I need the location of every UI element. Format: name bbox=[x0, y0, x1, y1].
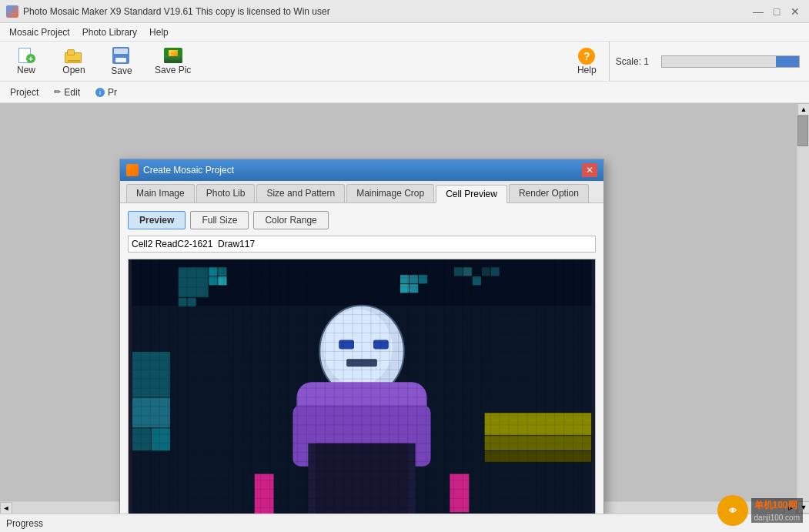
tab-mainimage-crop[interactable]: Mainimage Crop bbox=[346, 184, 434, 202]
svg-rect-53 bbox=[472, 276, 481, 286]
app-title: Photo Mosaic Maker X9 Standard V19.61 Th… bbox=[23, 6, 750, 17]
scroll-left-button[interactable]: ◄ bbox=[0, 502, 12, 514]
svg-rect-27 bbox=[132, 397, 171, 428]
svg-rect-45 bbox=[450, 474, 469, 513]
menu-bar: Mosaic Project Photo Library Help bbox=[0, 23, 809, 42]
svg-rect-32 bbox=[484, 451, 591, 463]
svg-rect-20 bbox=[209, 267, 218, 276]
toolbar2: Project ✏ Edit i Pr bbox=[0, 82, 809, 103]
save-pic-button[interactable]: Save Pic bbox=[146, 44, 199, 79]
svg-rect-23 bbox=[218, 276, 227, 286]
save-button[interactable]: Save bbox=[99, 44, 145, 79]
mosaic-image-area bbox=[128, 259, 596, 532]
svg-rect-21 bbox=[218, 267, 227, 276]
dialog-title: Create Mosaic Project bbox=[143, 165, 582, 176]
save-pic-label: Save Pic bbox=[155, 65, 191, 75]
new-icon: + bbox=[17, 48, 35, 63]
tab-render-option[interactable]: Render Option bbox=[509, 184, 589, 202]
scroll-up-button[interactable]: ▲ bbox=[797, 103, 809, 115]
close-button[interactable]: ✕ bbox=[787, 4, 803, 19]
app-icon bbox=[6, 5, 18, 18]
new-button[interactable]: + New bbox=[3, 44, 49, 79]
save-icon bbox=[112, 47, 131, 64]
pr-label: Pr bbox=[108, 87, 117, 98]
help-label: Help bbox=[577, 65, 597, 75]
right-scrollbar[interactable]: ▲ ▼ bbox=[797, 103, 809, 514]
watermark-text: 单机100网 danji100.com bbox=[751, 498, 803, 523]
status-text-field[interactable] bbox=[128, 236, 596, 253]
open-button[interactable]: Open bbox=[51, 44, 97, 79]
edit-button[interactable]: ✏ Edit bbox=[47, 84, 87, 101]
tab-cell-preview[interactable]: Cell Preview bbox=[436, 185, 507, 203]
new-label: New bbox=[17, 65, 35, 75]
menu-mosaic-project[interactable]: Mosaic Project bbox=[3, 25, 76, 39]
color-range-button[interactable]: Color Range bbox=[253, 211, 328, 229]
svg-rect-51 bbox=[453, 267, 463, 276]
sub-buttons: Preview Full Size Color Range bbox=[128, 211, 596, 229]
scale-bar[interactable] bbox=[661, 55, 800, 68]
tab-photo-lib[interactable]: Photo Lib bbox=[196, 184, 256, 202]
watermark-icon: 👁 bbox=[717, 495, 748, 526]
full-size-button[interactable]: Full Size bbox=[190, 211, 249, 229]
save-label: Save bbox=[111, 65, 132, 76]
maximize-button[interactable]: □ bbox=[769, 4, 784, 19]
info-icon: i bbox=[95, 88, 105, 97]
create-mosaic-dialog: Create Mosaic Project ✕ Main Image Photo… bbox=[119, 159, 604, 532]
toolbar: + New Open Save bbox=[0, 42, 809, 82]
dialog-icon bbox=[126, 164, 139, 176]
svg-rect-30 bbox=[484, 413, 591, 436]
svg-rect-46 bbox=[400, 275, 410, 284]
scale-bar-fill bbox=[776, 56, 799, 67]
help-icon: ? bbox=[578, 48, 595, 65]
svg-rect-52 bbox=[463, 267, 472, 276]
edit-label: Edit bbox=[64, 87, 80, 98]
window-controls: — □ ✕ bbox=[750, 4, 803, 19]
svg-rect-19 bbox=[178, 267, 209, 298]
svg-rect-55 bbox=[490, 267, 500, 276]
svg-rect-48 bbox=[400, 284, 410, 293]
preview-button[interactable]: Preview bbox=[128, 211, 186, 229]
open-label: Open bbox=[62, 65, 85, 75]
scale-label: Scale: 1 bbox=[616, 56, 649, 67]
svg-rect-54 bbox=[481, 267, 490, 276]
status-text-row bbox=[128, 236, 596, 253]
status-bar: Progress bbox=[0, 514, 809, 532]
scroll-thumb[interactable] bbox=[797, 115, 808, 146]
svg-rect-40 bbox=[339, 340, 354, 349]
svg-rect-28 bbox=[132, 428, 152, 451]
menu-photo-library[interactable]: Photo Library bbox=[76, 25, 143, 39]
svg-rect-25 bbox=[187, 298, 196, 307]
svg-rect-49 bbox=[419, 275, 428, 284]
pr-button[interactable]: i Pr bbox=[89, 84, 124, 101]
project-label: Project bbox=[10, 87, 38, 98]
dialog-title-bar: Create Mosaic Project ✕ bbox=[120, 159, 603, 181]
menu-help[interactable]: Help bbox=[143, 25, 175, 39]
help-button[interactable]: ? Help bbox=[570, 44, 604, 79]
minimize-button[interactable]: — bbox=[750, 4, 766, 19]
svg-rect-24 bbox=[178, 298, 187, 307]
tab-main-image[interactable]: Main Image bbox=[126, 184, 195, 202]
svg-rect-29 bbox=[151, 428, 170, 451]
svg-rect-50 bbox=[410, 284, 419, 293]
mosaic-svg bbox=[129, 259, 595, 532]
svg-rect-26 bbox=[132, 351, 171, 397]
scroll-track[interactable] bbox=[797, 115, 809, 501]
svg-rect-22 bbox=[209, 276, 218, 286]
edit-icon: ✏ bbox=[54, 87, 61, 97]
project-button[interactable]: Project bbox=[3, 84, 45, 101]
watermark: 👁 单机100网 danji100.com bbox=[717, 495, 803, 526]
open-icon bbox=[65, 48, 83, 63]
dialog-content: Preview Full Size Color Range bbox=[120, 203, 603, 532]
dialog-tabs: Main Image Photo Lib Size and Pattern Ma… bbox=[120, 181, 603, 203]
progress-label: Progress bbox=[6, 518, 43, 529]
svg-rect-41 bbox=[373, 340, 389, 349]
tab-size-and-pattern[interactable]: Size and Pattern bbox=[256, 184, 345, 202]
save-pic-icon bbox=[164, 48, 182, 63]
dialog-close-button[interactable]: ✕ bbox=[582, 163, 597, 177]
svg-rect-47 bbox=[410, 275, 419, 284]
title-bar: Photo Mosaic Maker X9 Standard V19.61 Th… bbox=[0, 0, 809, 23]
